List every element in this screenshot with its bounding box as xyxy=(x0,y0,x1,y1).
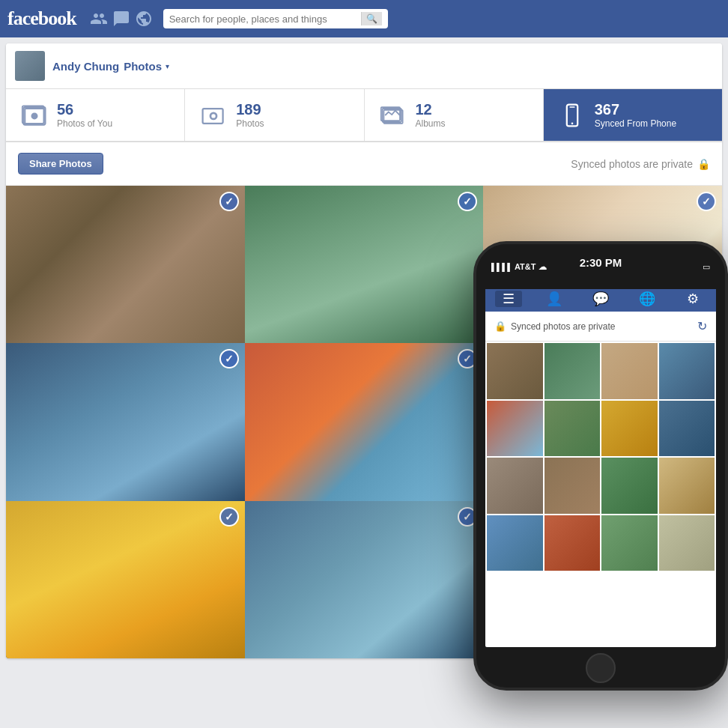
photo-section-header: Share Photos Synced photos are private 🔒 xyxy=(6,142,722,186)
svg-rect-12 xyxy=(569,106,574,107)
photo-check-4[interactable]: ✓ xyxy=(219,349,239,368)
albums-count: 12 xyxy=(416,101,446,118)
phone-synced-left: 🔒 Synced photos are private xyxy=(494,321,615,332)
phone-status-bar: ▌▌▌▌ AT&T ☁ 2:30 PM ▭ xyxy=(476,244,725,289)
phone-time: 2:30 PM xyxy=(580,256,622,269)
phone-photo-5[interactable] xyxy=(487,401,543,457)
photos-label-stat: Photos xyxy=(236,118,264,129)
lock-icon: 🔒 xyxy=(697,158,710,170)
phone-photo-8[interactable] xyxy=(659,401,715,457)
phone-photo-12[interactable] xyxy=(659,458,715,514)
phone-photo-4[interactable] xyxy=(659,343,715,399)
photo-check-3[interactable]: ✓ xyxy=(697,192,716,211)
phone-messages-icon[interactable]: 💬 xyxy=(587,291,614,307)
search-input[interactable] xyxy=(169,13,358,25)
photos-of-you-count: 56 xyxy=(57,101,112,118)
stat-text-synced: 367 Synced From Phone xyxy=(595,101,676,129)
phone-photo-7[interactable] xyxy=(601,401,658,457)
phone-nav-bar: ☰ 👤 💬 🌐 ⚙ xyxy=(485,286,716,312)
photo-image-8 xyxy=(245,501,484,658)
navbar: facebook 🔍 xyxy=(0,0,728,37)
svg-point-11 xyxy=(571,122,573,124)
phone-refresh-icon[interactable]: ↻ xyxy=(697,319,707,333)
stat-photos[interactable]: 189 Photos xyxy=(185,89,364,141)
photos-of-you-icon xyxy=(21,102,48,129)
phone-synced-text: Synced photos are private xyxy=(511,321,615,332)
photo-check-1[interactable]: ✓ xyxy=(219,192,239,211)
stat-text-albums: 12 Albums xyxy=(416,101,446,129)
phone-globe-icon[interactable]: 🌐 xyxy=(634,291,661,307)
phone-battery: ▭ xyxy=(703,262,710,272)
photos-label[interactable]: Photos xyxy=(124,60,162,73)
phone-menu-icon[interactable]: ☰ xyxy=(495,291,522,307)
photo-image-5 xyxy=(245,343,484,500)
phone-photo-grid xyxy=(485,342,716,572)
phone-home-button[interactable] xyxy=(586,653,616,683)
stats-row: 56 Photos of You 189 Photos xyxy=(6,89,722,142)
synced-private-notice: Synced photos are private 🔒 xyxy=(571,158,710,170)
photos-icon xyxy=(200,102,227,129)
photos-count: 189 xyxy=(236,101,264,118)
synced-private-text: Synced photos are private xyxy=(571,158,693,170)
albums-icon xyxy=(380,102,407,129)
share-photos-button[interactable]: Share Photos xyxy=(18,153,103,175)
avatar xyxy=(15,51,45,81)
photo-cell-2[interactable]: ✓ xyxy=(245,186,484,343)
facebook-logo: facebook xyxy=(7,7,76,30)
chevron-down-icon[interactable]: ▾ xyxy=(166,62,169,70)
phone-synced-bar: 🔒 Synced photos are private ↻ xyxy=(485,312,716,342)
globe-icon[interactable] xyxy=(135,10,153,28)
phone-settings-icon[interactable]: ⚙ xyxy=(679,291,706,307)
synced-label: Synced From Phone xyxy=(595,118,676,129)
phone-photo-14[interactable] xyxy=(545,515,601,571)
phone-photo-13[interactable] xyxy=(487,515,543,571)
stat-albums[interactable]: 12 Albums xyxy=(365,89,544,141)
phone-photo-15[interactable] xyxy=(601,515,658,571)
profile-section: Andy Chung Photos ▾ xyxy=(52,60,169,73)
phone-photo-3[interactable] xyxy=(601,343,658,399)
stat-text-photos: 189 Photos xyxy=(236,101,264,129)
photo-cell-4[interactable]: ✓ xyxy=(6,343,245,500)
photo-cell-8[interactable]: ✓ xyxy=(245,501,484,658)
messages-icon[interactable] xyxy=(112,10,130,28)
phone-friends-icon[interactable]: 👤 xyxy=(541,291,568,307)
photo-image-4 xyxy=(6,343,245,500)
phone-screen: ☰ 👤 💬 🌐 ⚙ 🔒 Synced photos are private ↻ xyxy=(485,286,716,647)
stat-text-photos-of-you: 56 Photos of You xyxy=(57,101,112,129)
photos-of-you-label: Photos of You xyxy=(57,118,112,129)
search-button[interactable]: 🔍 xyxy=(361,12,382,25)
phone-carrier: ▌▌▌▌ AT&T ☁ xyxy=(491,262,547,272)
synced-count: 367 xyxy=(595,101,676,118)
stat-synced[interactable]: 367 Synced From Phone xyxy=(544,89,722,141)
photo-image-2 xyxy=(245,186,484,343)
phone-photo-1[interactable] xyxy=(487,343,543,399)
phone-photo-9[interactable] xyxy=(487,458,543,514)
stat-photos-of-you[interactable]: 56 Photos of You xyxy=(6,89,185,141)
nav-icons xyxy=(90,10,153,28)
phone-photo-16[interactable] xyxy=(659,515,715,571)
photo-image-7 xyxy=(6,501,245,658)
phone-mockup: ▌▌▌▌ AT&T ☁ 2:30 PM ▭ ☰ 👤 💬 🌐 ⚙ 🔒 Synced… xyxy=(473,241,728,691)
photo-check-7[interactable]: ✓ xyxy=(219,507,239,527)
photo-cell-1[interactable]: ✓ xyxy=(6,186,245,343)
search-bar[interactable]: 🔍 xyxy=(163,9,388,28)
phone-icon xyxy=(559,102,586,129)
phone-lock-icon: 🔒 xyxy=(494,321,506,332)
photo-cell-7[interactable]: ✓ xyxy=(6,501,245,658)
friends-icon[interactable] xyxy=(90,10,108,28)
profile-name[interactable]: Andy Chung xyxy=(52,60,119,73)
svg-point-6 xyxy=(212,114,216,118)
phone-photo-6[interactable] xyxy=(545,401,601,457)
svg-point-3 xyxy=(31,112,38,119)
photo-cell-5[interactable]: ✓ xyxy=(245,343,484,500)
profile-bar: Andy Chung Photos ▾ xyxy=(6,43,722,89)
phone-photo-11[interactable] xyxy=(601,458,658,514)
phone-photo-2[interactable] xyxy=(545,343,601,399)
albums-label: Albums xyxy=(416,118,446,129)
phone-photo-10[interactable] xyxy=(545,458,601,514)
photo-image-1 xyxy=(6,186,245,343)
